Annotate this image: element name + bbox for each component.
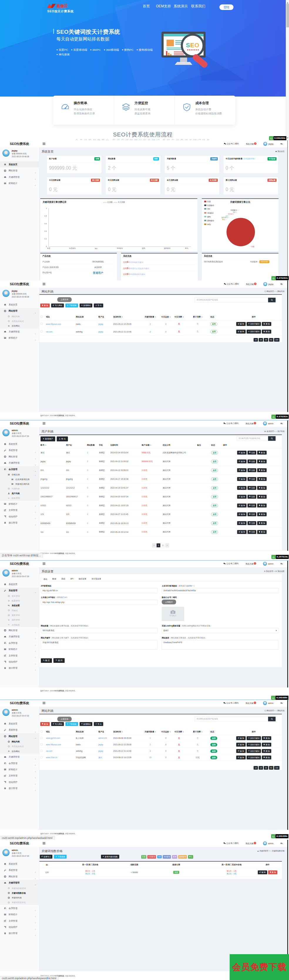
svg-text:SEO: SEO <box>186 42 200 48</box>
svg-text:MIAOHANYUN: MIAOHANYUN <box>56 8 65 9</box>
svg-text:邈瀚云: 邈瀚云 <box>56 3 68 8</box>
svg-text:SEO按天计费系统: SEO按天计费系统 <box>47 10 74 13</box>
